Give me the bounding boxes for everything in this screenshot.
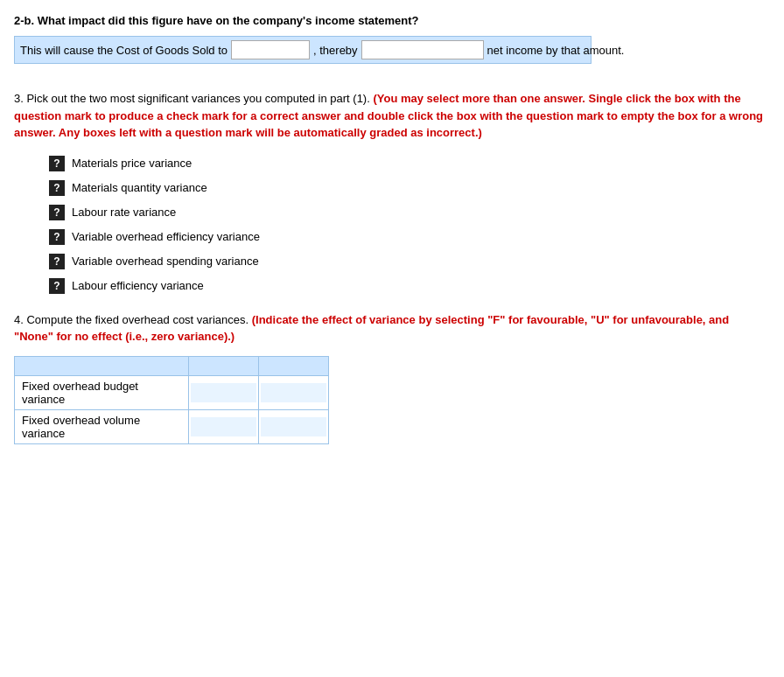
question-2b-text: 2-b. What impact did this figure have on… [14, 14, 419, 27]
option-materials-price[interactable]: ? Materials price variance [49, 156, 770, 171]
option-variable-overhead-spending[interactable]: ? Variable overhead spending variance [49, 254, 770, 269]
input-cell-volume-2[interactable] [259, 409, 329, 443]
checkbox-materials-quantity[interactable]: ? [49, 180, 65, 196]
checkbox-variable-overhead-spending[interactable]: ? [49, 254, 65, 269]
label-materials-price: Materials price variance [72, 157, 192, 170]
variance-table-section: Fixed overhead budget variance Fixed ove… [14, 356, 770, 444]
cost-input-2[interactable] [361, 40, 484, 59]
label-volume-variance: Fixed overhead volume variance [15, 409, 189, 443]
input-cell-budget-1[interactable] [189, 375, 259, 409]
option-materials-quantity[interactable]: ? Materials quantity variance [49, 180, 770, 196]
label-labour-efficiency: Labour efficiency variance [72, 279, 204, 292]
question-3-intro: 3. Pick out the two most significant var… [14, 90, 770, 142]
label-materials-quantity: Materials quantity variance [72, 181, 207, 194]
cost-input-1[interactable] [231, 40, 310, 59]
variance-table: Fixed overhead budget variance Fixed ove… [14, 356, 329, 444]
label-variable-overhead-efficiency: Variable overhead efficiency variance [72, 230, 260, 243]
row-volume-variance: Fixed overhead volume variance [15, 409, 329, 443]
input-volume-val2[interactable] [261, 417, 326, 436]
col-header-val1 [189, 356, 259, 375]
option-labour-rate[interactable]: ? Labour rate variance [49, 205, 770, 220]
col-header-label [15, 356, 189, 375]
sentence-suffix: net income by that amount. [487, 44, 625, 57]
option-variable-overhead-efficiency[interactable]: ? Variable overhead efficiency variance [49, 229, 770, 245]
input-cell-budget-2[interactable] [259, 375, 329, 409]
sentence-prefix: This will cause the Cost of Goods Sold t… [20, 44, 228, 57]
question-2b-header: 2-b. What impact did this figure have on… [14, 14, 770, 27]
sentence-container: This will cause the Cost of Goods Sold t… [14, 36, 592, 64]
input-cell-volume-1[interactable] [189, 409, 259, 443]
input-budget-val2[interactable] [261, 383, 326, 402]
col-header-val2 [259, 356, 329, 375]
q3-intro-black: 3. Pick out the two most significant var… [14, 92, 370, 105]
checkbox-labour-efficiency[interactable]: ? [49, 278, 65, 294]
label-budget-variance: Fixed overhead budget variance [15, 375, 189, 409]
variance-options-list: ? Materials price variance ? Materials q… [49, 156, 770, 294]
checkbox-variable-overhead-efficiency[interactable]: ? [49, 229, 65, 245]
checkbox-materials-price[interactable]: ? [49, 156, 65, 171]
label-variable-overhead-spending: Variable overhead spending variance [72, 255, 259, 268]
sentence-middle: , thereby [313, 44, 358, 57]
question-4-intro: 4. Compute the fixed overhead cost varia… [14, 311, 770, 345]
row-budget-variance: Fixed overhead budget variance [15, 375, 329, 409]
input-volume-val1[interactable] [191, 417, 256, 436]
label-labour-rate: Labour rate variance [72, 206, 176, 219]
section-4: 4. Compute the fixed overhead cost varia… [14, 311, 770, 444]
input-budget-val1[interactable] [191, 383, 256, 402]
option-labour-efficiency[interactable]: ? Labour efficiency variance [49, 278, 770, 294]
section-3: 3. Pick out the two most significant var… [14, 90, 770, 294]
q4-intro-black: 4. Compute the fixed overhead cost varia… [14, 313, 248, 326]
section-2b: 2-b. What impact did this figure have on… [14, 14, 770, 64]
checkbox-labour-rate[interactable]: ? [49, 205, 65, 220]
